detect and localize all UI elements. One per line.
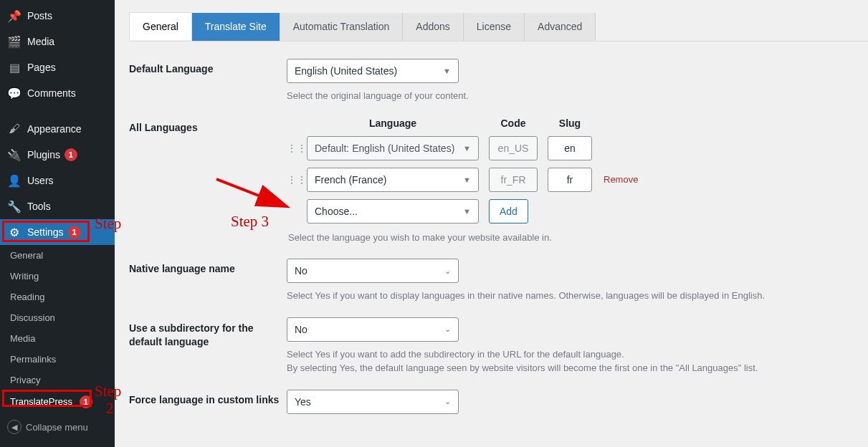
collapse-icon: ◀ [7, 420, 22, 434]
select-value: Yes [295, 396, 311, 408]
subdir-label: Use a subdirectory for the default langu… [129, 317, 287, 350]
select-value: No [295, 265, 307, 277]
sidebar-sub-reading[interactable]: Reading [0, 287, 115, 307]
sidebar-sub-general[interactable]: General [0, 245, 115, 266]
sidebar-item-plugins[interactable]: 🔌 Plugins 1 [0, 142, 115, 168]
tab-automatic-translation[interactable]: Automatic Translation [280, 13, 404, 41]
main-content: General Translate Site Automatic Transla… [115, 0, 868, 447]
sidebar-item-tools[interactable]: 🔧 Tools [0, 193, 115, 219]
admin-sidebar: 📌 Posts 🎬 Media ▤ Pages 💬 Comments 🖌 App… [0, 0, 115, 447]
sidebar-label: Comments [27, 87, 76, 99]
default-language-desc: Select the original language of your con… [287, 89, 854, 103]
lang-code-input [489, 136, 538, 160]
lang-code-input [489, 168, 538, 192]
sidebar-label: Users [27, 175, 54, 186]
sidebar-label: Settings [27, 226, 64, 238]
update-badge: 1 [65, 148, 77, 161]
add-language-row: Choose... ▼ Add [287, 199, 854, 224]
sidebar-label: Tools [27, 201, 51, 212]
default-language-label: Default Language [129, 59, 287, 74]
brush-icon: 🖌 [7, 122, 22, 136]
chevron-down-icon: ▼ [463, 207, 471, 216]
chevron-down-icon: ▼ [463, 144, 471, 153]
tab-addons[interactable]: Addons [403, 13, 463, 41]
sidebar-item-comments[interactable]: 💬 Comments [0, 80, 115, 106]
native-language-desc: Select Yes if you want to display langua… [287, 289, 854, 303]
sidebar-label: Media [27, 36, 54, 47]
sidebar-label: Plugins [27, 149, 60, 160]
col-slug: Slug [548, 117, 592, 129]
sidebar-item-users[interactable]: 👤 Users [0, 168, 115, 193]
chevron-down-icon: ▼ [443, 67, 451, 75]
update-badge: 1 [80, 395, 92, 408]
force-lang-label: Force language in custom links [129, 390, 287, 405]
all-languages-label: All Languages [129, 117, 287, 133]
sidebar-sub-discussion[interactable]: Discussion [0, 307, 115, 328]
chevron-down-icon: ⌄ [444, 325, 451, 334]
chevron-down-icon: ⌄ [444, 397, 451, 406]
lang-slug-input[interactable] [548, 136, 592, 160]
chevron-down-icon: ▼ [463, 176, 471, 184]
comments-icon: 💬 [7, 86, 22, 100]
remove-language-link[interactable]: Remove [604, 174, 638, 185]
subdir-desc: Select Yes if you want to add the subdir… [287, 347, 854, 375]
select-value: Default: English (United States) [315, 143, 454, 154]
update-badge: 1 [68, 226, 81, 239]
language-select[interactable]: French (France) ▼ [307, 168, 479, 192]
sidebar-label: Posts [27, 10, 52, 21]
sidebar-item-media[interactable]: 🎬 Media [0, 29, 115, 54]
language-select-default[interactable]: Default: English (United States) ▼ [307, 136, 479, 160]
tab-advanced[interactable]: Advanced [525, 13, 596, 41]
collapse-label: Collapse menu [26, 422, 88, 433]
default-language-select[interactable]: English (United States) ▼ [287, 59, 459, 83]
tab-translate-site[interactable]: Translate Site [192, 13, 280, 41]
drag-handle-icon[interactable]: ⋮⋮⋮ [287, 174, 301, 186]
sidebar-label: Appearance [27, 123, 82, 135]
plugin-icon: 🔌 [7, 148, 22, 162]
sidebar-item-settings[interactable]: ⚙ Settings 1 [0, 219, 115, 245]
users-icon: 👤 [7, 173, 22, 188]
all-languages-desc: Select the language you wish to make you… [287, 231, 854, 245]
chevron-down-icon: ⌄ [444, 266, 451, 276]
sidebar-sub-privacy[interactable]: Privacy [0, 370, 115, 390]
choose-language-select[interactable]: Choose... ▼ [307, 199, 479, 224]
tab-license[interactable]: License [464, 13, 525, 41]
sidebar-sub-media[interactable]: Media [0, 328, 115, 349]
sidebar-item-posts[interactable]: 📌 Posts [0, 3, 115, 29]
wrench-icon: 🔧 [7, 199, 22, 213]
sliders-icon: ⚙ [7, 225, 22, 239]
tab-general[interactable]: General [129, 12, 192, 40]
col-language: Language [307, 117, 479, 129]
media-icon: 🎬 [7, 34, 22, 49]
select-value: No [295, 324, 307, 335]
language-row: ⋮⋮⋮ Default: English (United States) ▼ [287, 136, 854, 160]
collapse-menu[interactable]: ◀ Collapse menu [0, 414, 95, 440]
native-language-label: Native language name [129, 259, 287, 274]
sidebar-sub-writing[interactable]: Writing [0, 266, 115, 287]
language-row: ⋮⋮⋮ French (France) ▼ Remove [287, 168, 854, 192]
sidebar-label: TranslatePress [10, 396, 72, 407]
native-language-select[interactable]: No ⌄ [287, 259, 459, 283]
select-value: French (France) [315, 174, 386, 186]
pages-icon: ▤ [7, 60, 22, 74]
sidebar-label: Pages [27, 62, 56, 73]
sidebar-sub-translatepress[interactable]: TranslatePress 1 [0, 390, 115, 413]
force-lang-select[interactable]: Yes ⌄ [287, 390, 459, 414]
pushpin-icon: 📌 [7, 9, 22, 23]
settings-tabs: General Translate Site Automatic Transla… [129, 13, 868, 42]
select-value: English (United States) [295, 65, 397, 77]
lang-slug-input[interactable] [548, 168, 592, 192]
sidebar-item-pages[interactable]: ▤ Pages [0, 54, 115, 80]
add-language-button[interactable]: Add [489, 199, 528, 224]
sidebar-item-appearance[interactable]: 🖌 Appearance [0, 116, 115, 142]
col-code: Code [489, 117, 538, 129]
subdir-select[interactable]: No ⌄ [287, 317, 459, 342]
drag-handle-icon[interactable]: ⋮⋮⋮ [287, 143, 301, 154]
select-value: Choose... [315, 206, 358, 217]
sidebar-sub-permalinks[interactable]: Permalinks [0, 349, 115, 370]
